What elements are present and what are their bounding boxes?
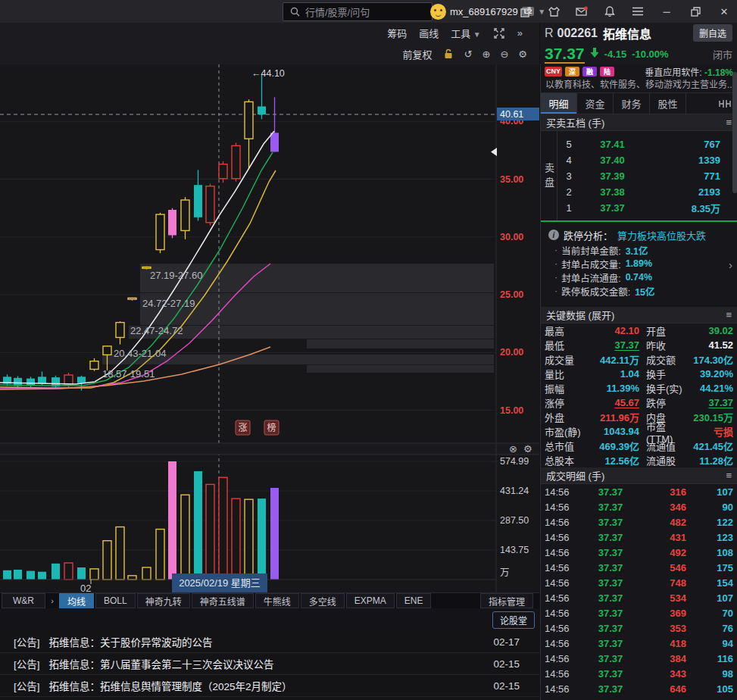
indicator-tab-均线[interactable]: 均线 [59, 593, 94, 608]
ask-row[interactable]: 537.41767 [557, 136, 737, 152]
bell-icon[interactable] [604, 5, 616, 17]
indicator-tab-ENE[interactable]: ENE [396, 593, 432, 608]
limit-analysis-item: ·跌停板成交金额:15亿 [548, 284, 737, 298]
ask-row[interactable]: 337.39771 [557, 168, 737, 184]
key-data-row: 量比1.04换手39.20% [545, 367, 733, 381]
announcement-row[interactable]: [公告]拓维信息：拓维信息舆情管理制度（2025年2月制定）02-15 [0, 675, 539, 697]
chip-distribution-button[interactable]: 筹码 [387, 26, 407, 40]
trade-vol-buy: 76 [686, 623, 733, 634]
tools-menu[interactable]: 工具 ▼ [451, 26, 481, 40]
restore-button[interactable] [689, 5, 701, 17]
svg-text:02: 02 [80, 583, 91, 592]
undo-icon[interactable]: ↺ [464, 48, 473, 60]
ask-volume: 767 [645, 139, 737, 150]
zoom-out-icon[interactable]: ⊖ [500, 48, 508, 60]
more-tools-icon[interactable]: » [517, 27, 523, 39]
gear-icon[interactable]: ⚙ [518, 48, 527, 60]
trade-price: 37.37 [584, 517, 637, 528]
key-value: 39.02 [689, 325, 733, 336]
trade-time: 14:56 [545, 668, 584, 680]
chevron-right-icon[interactable]: › [47, 593, 58, 608]
trade-vol-sell: 369 [637, 608, 686, 619]
indicator-tab-多空线[interactable]: 多空线 [301, 593, 345, 608]
trade-vol-buy: 94 [686, 638, 733, 649]
trade-row: 14:5637.37316107 [545, 484, 733, 499]
trade-price: 37.37 [584, 683, 637, 695]
indicator-tab-W&R[interactable]: W&R [2, 593, 45, 608]
sector-change: -1.18% [704, 67, 733, 78]
indicator-tab-神奇九转[interactable]: 神奇九转 [137, 593, 190, 608]
stock-forum-button[interactable]: 论股堂 [492, 611, 535, 629]
draw-line-button[interactable]: 画线 [419, 26, 439, 40]
ask-level: 3 [557, 170, 580, 182]
trade-vol-buy: 175 [686, 562, 733, 573]
tab-明细[interactable]: 明细 [541, 93, 577, 114]
item-value: 1.89% [626, 258, 652, 269]
key-data-row: 市盈(静)1043.94市盈(TTM)亏损 [545, 424, 733, 439]
item-value: 0.74% [626, 272, 652, 283]
key-data-header: 关键数据 (展开)≡ [541, 307, 737, 323]
tab-资金[interactable]: 资金 [577, 93, 614, 114]
ask-volume: 771 [645, 170, 737, 182]
share-icon[interactable] [520, 5, 532, 17]
key-value: 469.39亿 [592, 439, 639, 453]
svg-text:287.50: 287.50 [500, 515, 529, 526]
key-value: 442.11万 [592, 352, 639, 367]
chevron-right-icon[interactable]: › [729, 258, 732, 271]
tab-股性[interactable]: 股性 [650, 93, 686, 114]
vest-icon[interactable] [548, 5, 560, 17]
chart-toolbar: 筹码 画线 工具 ▼ » [0, 23, 539, 43]
delete-watchlist-button[interactable]: 删自选 [693, 24, 732, 42]
announcement-row[interactable]: [公告]拓维信息：第八届董事会第二十三次会议决议公告02-15 [0, 653, 539, 675]
close-button[interactable]: ✕ [717, 6, 731, 17]
trade-detail-list[interactable]: 14:5637.3731610714:5637.373469014:5637.3… [541, 484, 737, 698]
mail-icon[interactable] [576, 5, 588, 17]
indicator-tab-牛熊线[interactable]: 牛熊线 [255, 593, 299, 608]
trade-vol-sell: 492 [637, 547, 686, 558]
trade-time: 14:56 [545, 517, 584, 528]
trading-app-window: 行情/股票/问句 mx_689167929 L2 ▼ ─ ✕ 筹码 画线 工具 … [0, 0, 737, 700]
trade-vol-sell: 534 [637, 592, 686, 604]
minimize-button[interactable]: ─ [660, 6, 673, 17]
indicator-tab-EXPMA[interactable]: EXPMA [346, 593, 395, 608]
indicator-manage-button[interactable]: 指标管理 [480, 593, 533, 608]
chevron-down-icon: ▼ [473, 30, 481, 39]
zoom-in-icon[interactable]: ⊕ [482, 48, 491, 60]
key-label: 跌停 [639, 395, 689, 410]
stock-name: 拓维信息 [603, 24, 651, 42]
limit-reason-link[interactable]: 算力板块高位股大跌 [617, 228, 706, 242]
item-label: 封单占流通盘: [561, 270, 620, 285]
ask-price: 37.39 [580, 170, 645, 182]
announcement-row[interactable]: [公告]拓维信息：关于副总经理辞职的公告02-15 [0, 697, 539, 700]
trade-price: 37.37 [584, 638, 637, 649]
tab-财务[interactable]: 财务 [614, 93, 650, 114]
svg-text:榜: 榜 [267, 422, 276, 433]
kline-chart[interactable]: 27.19-27.6024.72-27.1922.47-24.7220.43-2… [0, 64, 539, 592]
menu-icon[interactable]: ≡ [726, 309, 732, 320]
trade-row: 14:5637.3741894 [545, 636, 733, 651]
indicator-tab-神奇五线谱[interactable]: 神奇五线谱 [192, 593, 254, 608]
fullscreen-icon[interactable] [493, 27, 505, 39]
key-value: 421.45亿 [689, 439, 733, 453]
ask-row[interactable]: 237.382193 [557, 184, 737, 200]
menu-icon[interactable]: ≡ [726, 117, 732, 128]
price-adjust-mode[interactable]: 前复权 [403, 47, 433, 61]
announcement-row[interactable]: [公告]拓维信息：关于股价异常波动的公告02-17 [0, 631, 539, 653]
item-label: 封单占成交量: [561, 257, 620, 271]
scrollbar-thumb[interactable] [732, 72, 737, 193]
list-icon[interactable] [632, 5, 644, 17]
svg-text:15.00: 15.00 [500, 405, 523, 416]
key-label: 最高 [545, 323, 592, 338]
ask-row[interactable]: 437.401339 [557, 152, 737, 168]
menu-icon[interactable]: ≡ [726, 470, 732, 481]
indicator-tab-BOLL[interactable]: BOLL [95, 593, 136, 608]
trade-vol-buy: 122 [686, 517, 733, 528]
trade-time: 14:56 [545, 683, 584, 695]
search-input[interactable]: 行情/股票/问句 [283, 2, 433, 21]
sector-link[interactable]: 垂直应用软件: -1.18% [645, 65, 733, 78]
lock-icon[interactable] [442, 48, 454, 60]
key-value: 174.30亿 [689, 352, 733, 367]
trade-time: 14:56 [545, 562, 584, 573]
ask-row[interactable]: 137.378.35万 [557, 200, 737, 216]
key-label: 涨停 [545, 395, 592, 410]
